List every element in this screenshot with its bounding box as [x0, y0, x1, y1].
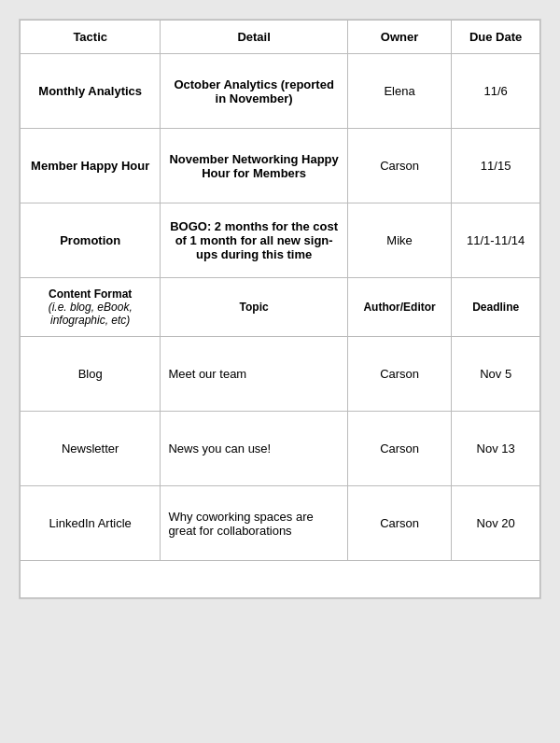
table-row: Blog Meet our team Carson Nov 5 — [21, 337, 540, 412]
table-header-row: Tactic Detail Owner Due Date — [21, 21, 540, 54]
tactic-cell: Newsletter — [21, 412, 161, 486]
tactic-cell: Member Happy Hour — [21, 129, 161, 203]
col-header-due-date: Due Date — [452, 21, 540, 54]
owner-cell: Carson — [347, 129, 451, 203]
table-row: Newsletter News you can use! Carson Nov … — [21, 412, 540, 486]
tactic-cell: LinkedIn Article — [21, 486, 161, 561]
owner-cell: Carson — [347, 486, 451, 561]
table-row: Member Happy Hour November Networking Ha… — [21, 129, 540, 203]
detail-cell: News you can use! — [161, 412, 348, 486]
owner-cell: Elena — [347, 54, 451, 129]
col-header-tactic: Tactic — [21, 21, 161, 54]
date-cell: Nov 13 — [452, 412, 540, 486]
section2-header-row: Content Format (i.e. blog, eBook, infogr… — [21, 278, 540, 337]
date-cell: Nov 5 — [452, 337, 540, 412]
table-row: Promotion BOGO: 2 months for the cost of… — [21, 203, 540, 278]
date-cell: 11/15 — [452, 129, 540, 203]
detail-cell: BOGO: 2 months for the cost of 1 month f… — [161, 203, 348, 278]
tactic-cell: Blog — [21, 337, 161, 412]
col-header-owner: Owner — [347, 21, 451, 54]
section2-date-header: Deadline — [452, 278, 540, 337]
tactic-cell: Monthly Analytics — [21, 54, 161, 129]
col-header-detail: Detail — [161, 21, 348, 54]
empty-row — [21, 561, 540, 598]
main-table: Tactic Detail Owner Due Date Monthly Ana… — [20, 20, 540, 598]
table-row: LinkedIn Article Why coworking spaces ar… — [21, 486, 540, 561]
section2-detail-header: Topic — [161, 278, 348, 337]
section2-owner-header: Author/Editor — [347, 278, 451, 337]
date-cell: 11/6 — [452, 54, 540, 129]
date-cell: Nov 20 — [452, 486, 540, 561]
date-cell: 11/1-11/14 — [452, 203, 540, 278]
section2-tactic-header: Content Format (i.e. blog, eBook, infogr… — [21, 278, 161, 337]
detail-cell: November Networking Happy Hour for Membe… — [161, 129, 348, 203]
table-row: Monthly Analytics October Analytics (rep… — [21, 54, 540, 129]
detail-cell: Why coworking spaces are great for colla… — [161, 486, 348, 561]
detail-cell: Meet our team — [161, 337, 348, 412]
page-container: Tactic Detail Owner Due Date Monthly Ana… — [19, 19, 541, 599]
detail-cell: October Analytics (reported in November) — [161, 54, 348, 129]
tactic-cell: Promotion — [21, 203, 161, 278]
owner-cell: Mike — [347, 203, 451, 278]
owner-cell: Carson — [347, 337, 451, 412]
owner-cell: Carson — [347, 412, 451, 486]
